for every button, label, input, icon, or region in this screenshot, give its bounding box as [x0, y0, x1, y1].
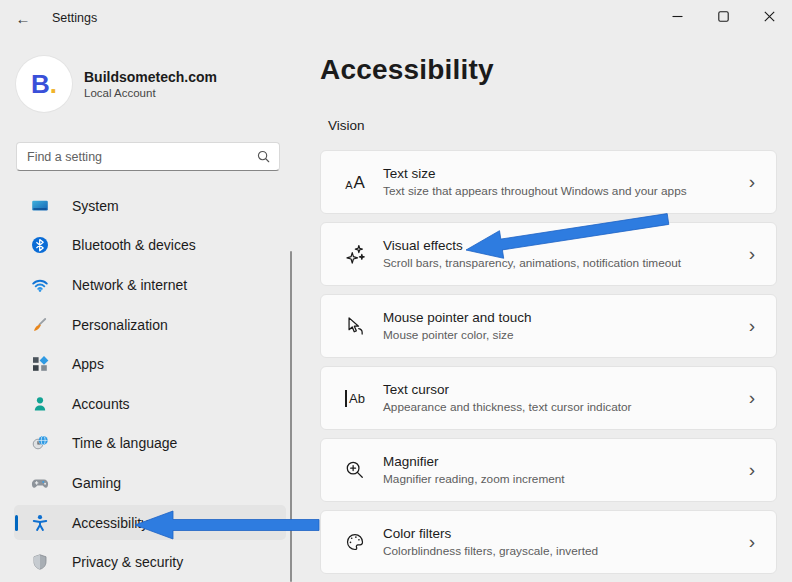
avatar-letter: B — [31, 69, 50, 100]
sidebar-item-label: Network & internet — [72, 277, 187, 293]
card-subtitle: Mouse pointer color, size — [383, 328, 732, 342]
text-size-icon: AA — [342, 169, 368, 195]
sidebar-item-accounts[interactable]: Accounts — [14, 386, 286, 422]
chevron-right-icon — [732, 459, 772, 481]
apps-icon — [30, 354, 50, 374]
avatar-dot: . — [50, 69, 57, 100]
close-icon — [764, 11, 775, 22]
magnifier-icon — [342, 457, 368, 483]
card-visual-effects[interactable]: Visual effects Scroll bars, transparency… — [320, 222, 777, 286]
card-magnifier[interactable]: Magnifier Magnifier reading, zoom increm… — [320, 438, 777, 502]
account-block[interactable]: B. Buildsometech.com Local Account — [16, 56, 217, 112]
card-text-size[interactable]: AA Text size Text size that appears thro… — [320, 150, 777, 214]
sidebar-item-label: Accessibility — [72, 515, 148, 531]
maximize-icon — [718, 11, 729, 22]
sidebar-item-label: Bluetooth & devices — [72, 237, 196, 253]
chevron-right-icon — [732, 171, 772, 193]
window-title: Settings — [52, 11, 97, 25]
time-language-icon — [30, 433, 50, 453]
section-label-vision: Vision — [328, 118, 365, 133]
window-controls — [654, 0, 792, 36]
accessibility-icon — [30, 513, 50, 533]
card-title: Visual effects — [383, 238, 732, 253]
sidebar-item-time-language[interactable]: Time & language — [14, 426, 286, 462]
sidebar-item-label: Accounts — [72, 396, 130, 412]
account-type: Local Account — [84, 87, 217, 99]
page-title: Accessibility — [320, 54, 494, 86]
titlebar: ← Settings — [0, 0, 792, 36]
card-subtitle: Scroll bars, transparency, animations, n… — [383, 256, 732, 270]
card-subtitle: Colorblindness filters, grayscale, inver… — [383, 544, 732, 558]
sidebar-item-personalization[interactable]: Personalization — [14, 307, 286, 343]
search-box[interactable] — [16, 142, 280, 171]
sidebar-item-network-internet[interactable]: Network & internet — [14, 267, 286, 303]
search-icon — [256, 149, 271, 164]
card-title: Mouse pointer and touch — [383, 310, 732, 325]
sidebar: B. Buildsometech.com Local Account Syste… — [0, 36, 300, 582]
chevron-right-icon — [732, 387, 772, 409]
settings-card-list: AA Text size Text size that appears thro… — [320, 150, 777, 574]
sidebar-item-label: Privacy & security — [72, 554, 183, 570]
card-title: Text size — [383, 166, 732, 181]
close-button[interactable] — [746, 0, 792, 33]
minimize-icon — [672, 11, 683, 22]
chevron-right-icon — [732, 243, 772, 265]
sidebar-item-bluetooth-devices[interactable]: Bluetooth & devices — [14, 228, 286, 264]
card-color-filters[interactable]: Color filters Colorblindness filters, gr… — [320, 510, 777, 574]
card-subtitle: Magnifier reading, zoom increment — [383, 472, 732, 486]
visual-effects-icon — [342, 241, 368, 267]
card-text-cursor[interactable]: Ab Text cursor Appearance and thickness,… — [320, 366, 777, 430]
sidebar-item-label: Apps — [72, 356, 104, 372]
sidebar-item-system[interactable]: System — [14, 188, 286, 224]
text-cursor-icon: Ab — [342, 385, 368, 411]
chevron-right-icon — [732, 531, 772, 553]
card-subtitle: Text size that appears throughout Window… — [383, 184, 732, 198]
card-mouse-pointer-and-touch[interactable]: Mouse pointer and touch Mouse pointer co… — [320, 294, 777, 358]
settings-window: ← Settings B. Bu — [0, 0, 792, 582]
sidebar-scrollbar[interactable] — [290, 251, 292, 582]
mouse-pointer-icon — [342, 313, 368, 339]
sidebar-item-apps[interactable]: Apps — [14, 346, 286, 382]
search-input[interactable] — [27, 150, 256, 164]
sidebar-nav: System Bluetooth & devices Network & int… — [0, 186, 288, 582]
card-title: Text cursor — [383, 382, 732, 397]
card-title: Magnifier — [383, 454, 732, 469]
sidebar-item-label: Personalization — [72, 317, 168, 333]
main-content: Accessibility Vision AA Text size Text s… — [300, 36, 792, 582]
minimize-button[interactable] — [654, 0, 700, 33]
system-icon — [30, 196, 50, 216]
bluetooth-icon — [30, 235, 50, 255]
sidebar-item-label: Gaming — [72, 475, 121, 491]
chevron-right-icon — [732, 315, 772, 337]
sidebar-item-privacy-security[interactable]: Privacy & security — [14, 544, 286, 580]
color-filters-icon — [342, 529, 368, 555]
card-title: Color filters — [383, 526, 732, 541]
gaming-icon — [30, 473, 50, 493]
sidebar-item-accessibility[interactable]: Accessibility — [14, 505, 286, 541]
sidebar-item-label: System — [72, 198, 119, 214]
privacy-security-icon — [30, 552, 50, 572]
avatar: B. — [16, 56, 72, 112]
back-arrow-icon: ← — [16, 10, 31, 27]
network-icon — [30, 275, 50, 295]
account-name: Buildsometech.com — [84, 69, 217, 85]
accounts-icon — [30, 394, 50, 414]
maximize-button[interactable] — [700, 0, 746, 33]
sidebar-item-gaming[interactable]: Gaming — [14, 465, 286, 501]
card-subtitle: Appearance and thickness, text cursor in… — [383, 400, 732, 414]
sidebar-item-label: Time & language — [72, 435, 177, 451]
personalization-icon — [30, 315, 50, 335]
back-button[interactable]: ← — [6, 5, 40, 31]
